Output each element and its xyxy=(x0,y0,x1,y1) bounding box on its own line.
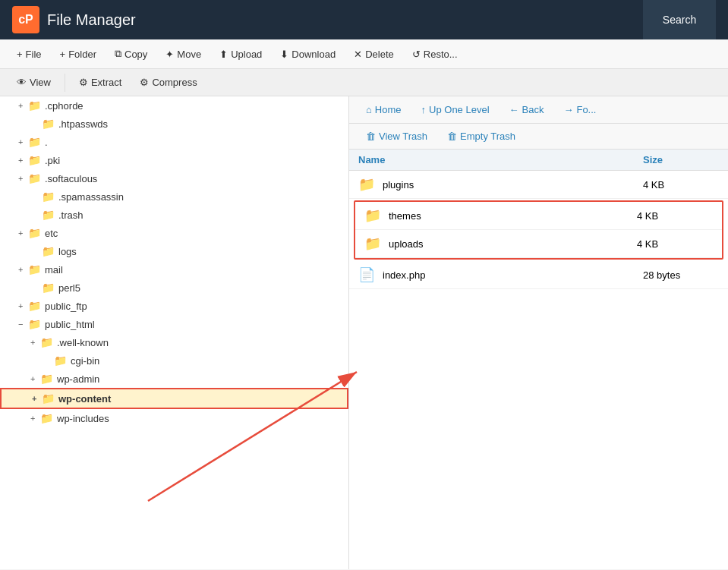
tree-item-public_html[interactable]: −📁public_html xyxy=(0,315,348,333)
home-icon: ⌂ xyxy=(366,104,372,115)
tree-item-wp-includes[interactable]: +📁wp-includes xyxy=(0,409,348,427)
tree-item-etc[interactable]: +📁etc xyxy=(0,224,348,242)
tree-item-pki[interactable]: +📁.pki xyxy=(0,151,348,169)
expand-icon[interactable]: + xyxy=(30,338,38,347)
file-name: plugins xyxy=(383,179,643,191)
name-column-header: Name xyxy=(358,154,643,165)
expand-icon[interactable]: + xyxy=(18,265,26,274)
tree-item-label: .cphorde xyxy=(45,100,84,112)
tree-item-wp-admin[interactable]: +📁wp-admin xyxy=(0,370,348,388)
extract-icon: ⚙ xyxy=(79,77,88,88)
move-label: Move xyxy=(177,49,201,60)
file-row-index-php[interactable]: 📄 index.php 28 bytes xyxy=(349,261,728,289)
tree-item-htpasswds[interactable]: 📁.htpasswds xyxy=(0,115,348,133)
download-label: Download xyxy=(292,49,336,60)
tree-item-label: wp-content xyxy=(58,393,111,405)
file-row-uploads[interactable]: 📁 uploads 4 KB xyxy=(355,230,722,258)
expand-icon[interactable]: + xyxy=(18,228,26,238)
folder-icon: 📁 xyxy=(364,207,381,224)
tree-item-spamassassin[interactable]: 📁.spamassassin xyxy=(0,187,348,206)
compress-label: Compress xyxy=(152,77,197,88)
file-tree: +📁.cphorde📁.htpasswds+📁.+📁.pki+📁.softacu… xyxy=(0,96,349,569)
tree-item-softaculous[interactable]: +📁.softaculous xyxy=(0,169,348,187)
compress-button[interactable]: ⚙ Compress xyxy=(132,73,204,92)
expand-icon[interactable]: + xyxy=(30,414,38,423)
app-logo: cP File Manager xyxy=(12,6,643,33)
tree-item-label: .trash xyxy=(58,209,84,221)
file-row-themes[interactable]: 📁 themes 4 KB xyxy=(355,202,722,230)
up-level-button[interactable]: ↑ Up One Level xyxy=(414,101,497,118)
folder-icon: 📁 xyxy=(28,318,41,330)
plus-icon: + xyxy=(17,49,23,60)
upload-icon: ⬆ xyxy=(219,49,228,60)
folder-icon: 📁 xyxy=(28,172,41,184)
file-size: 4 KB xyxy=(637,210,713,222)
tree-item-perl5[interactable]: 📁perl5 xyxy=(0,279,348,297)
expand-icon[interactable]: + xyxy=(18,156,26,165)
view-icon: 👁 xyxy=(17,77,27,88)
copy-button[interactable]: ⧉ Copy xyxy=(107,44,155,64)
expand-icon[interactable]: + xyxy=(18,137,26,146)
folder-icon: 📁 xyxy=(28,227,41,239)
tree-item-dot[interactable]: +📁. xyxy=(0,133,348,151)
folder-icon: 📁 xyxy=(358,176,375,193)
app-title: File Manager xyxy=(47,11,136,29)
delete-button[interactable]: ✕ Delete xyxy=(346,45,402,64)
folder-icon: 📁 xyxy=(54,354,67,367)
view-button[interactable]: 👁 View xyxy=(9,73,58,92)
empty-trash-icon: 🗑 xyxy=(447,131,457,142)
move-button[interactable]: ✦ Move xyxy=(158,45,209,64)
file-row-plugins[interactable]: 📁 plugins 4 KB xyxy=(349,171,728,199)
tree-item-label: .spamassassin xyxy=(58,191,124,203)
folder-icon: 📁 xyxy=(28,154,41,166)
tree-item-label: mail xyxy=(45,264,63,276)
expand-icon[interactable]: + xyxy=(30,374,38,383)
file-pane: ⌂ Home ↑ Up One Level ← Back → Fo... xyxy=(349,96,728,569)
search-button[interactable]: Search xyxy=(643,0,716,39)
tree-item-label: .pki xyxy=(45,155,60,166)
folder-icon: 📁 xyxy=(40,412,53,424)
restore-button[interactable]: ↺ Resto... xyxy=(405,45,465,64)
download-button[interactable]: ⬇ Download xyxy=(273,45,343,64)
tree-item-well-known[interactable]: +📁.well-known xyxy=(0,333,348,351)
folder-icon: 📁 xyxy=(42,245,55,257)
tree-item-label: cgi-bin xyxy=(71,355,99,367)
home-button[interactable]: ⌂ Home xyxy=(358,101,409,118)
tree-item-mail[interactable]: +📁mail xyxy=(0,260,348,279)
expand-icon[interactable]: + xyxy=(18,101,26,110)
folder-icon: 📁 xyxy=(28,263,41,276)
copy-icon: ⧉ xyxy=(115,48,121,60)
expand-icon[interactable]: − xyxy=(18,320,26,329)
back-icon: ← xyxy=(509,104,519,115)
tree-item-cphorde[interactable]: +📁.cphorde xyxy=(0,96,348,115)
back-button[interactable]: ← Back xyxy=(502,101,552,118)
expand-icon[interactable]: + xyxy=(18,174,26,183)
tree-item-label: public_ftp xyxy=(45,301,87,312)
tree-item-public_ftp[interactable]: +📁public_ftp xyxy=(0,297,348,315)
pane-nav: ⌂ Home ↑ Up One Level ← Back → Fo... xyxy=(349,96,728,124)
main-toolbar: + File + Folder ⧉ Copy ✦ Move ⬆ Upload ⬇… xyxy=(0,39,728,69)
tree-item-trash[interactable]: 📁.trash xyxy=(0,206,348,224)
file-button[interactable]: + File xyxy=(9,45,49,64)
tree-item-logs[interactable]: 📁logs xyxy=(0,242,348,260)
expand-icon[interactable]: + xyxy=(18,301,26,310)
extract-button[interactable]: ⚙ Extract xyxy=(71,73,129,92)
expand-icon[interactable]: + xyxy=(32,394,39,403)
empty-trash-button[interactable]: 🗑 Empty Trash xyxy=(440,128,523,145)
folder-icon: 📁 xyxy=(42,191,55,203)
upload-label: Upload xyxy=(231,49,262,60)
tree-item-cgi-bin[interactable]: 📁cgi-bin xyxy=(0,351,348,370)
forward-button[interactable]: → Fo... xyxy=(556,101,604,118)
move-icon: ✦ xyxy=(165,49,174,60)
upload-button[interactable]: ⬆ Upload xyxy=(212,45,269,64)
file-label: File xyxy=(26,49,42,60)
tree-item-label: wp-includes xyxy=(57,413,109,424)
view-trash-button[interactable]: 🗑 View Trash xyxy=(358,128,435,145)
file-size: 28 bytes xyxy=(643,269,719,281)
tree-item-wp-content[interactable]: +📁wp-content xyxy=(0,388,348,409)
file-icon: 📄 xyxy=(358,266,375,283)
folder-icon: 📁 xyxy=(28,136,41,148)
plus-icon: + xyxy=(60,49,66,60)
folder-button[interactable]: + Folder xyxy=(52,45,104,64)
folder-icon: 📁 xyxy=(40,336,53,348)
